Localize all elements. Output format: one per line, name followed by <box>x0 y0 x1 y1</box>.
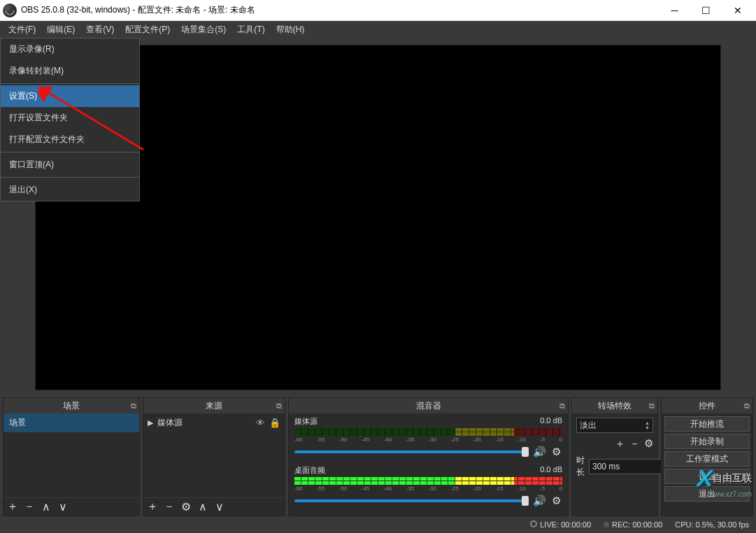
scene-down-button[interactable]: ∨ <box>57 500 69 513</box>
start-streaming-button[interactable]: 开始推流 <box>664 416 750 432</box>
mixer-dock: 混音器⧉ 媒体源 0.0 dB -60-55-50-45-40-35-30-25… <box>288 397 569 516</box>
sources-title: 来源 <box>206 400 222 412</box>
source-down-button[interactable]: ∨ <box>213 500 226 513</box>
duration-label: 时长 <box>576 455 585 478</box>
close-button[interactable]: ✕ <box>722 0 753 21</box>
menu-tools[interactable]: 工具(T) <box>231 22 270 38</box>
menu-separator <box>1 177 139 178</box>
sources-dock: 来源⧉ ▶ 媒体源 👁 🔒 ＋ － ⚙ ∧ ∨ <box>143 397 285 516</box>
remove-transition-button[interactable]: － <box>629 437 640 450</box>
popout-icon[interactable]: ⧉ <box>559 401 565 411</box>
file-menu-always-on-top[interactable]: 窗口置顶(A) <box>1 154 139 176</box>
scenes-title: 场景 <box>63 400 80 412</box>
studio-mode-button[interactable]: 工作室模式 <box>664 451 750 467</box>
transition-settings-button[interactable]: ⚙ <box>644 437 653 450</box>
visibility-icon[interactable]: 👁 <box>256 418 265 428</box>
mixer-channel-db: 0.0 dB <box>540 416 562 427</box>
source-label: 媒体源 <box>157 417 183 429</box>
file-dropdown-menu: 显示录像(R) 录像转封装(M) 设置(S) 打开设置文件夹 打开配置文件文件夹… <box>0 38 140 201</box>
controls-dock: 控件⧉ 开始推流 开始录制 工作室模式 设置 退出 <box>661 397 753 516</box>
settings-button[interactable]: 设置 <box>664 469 750 484</box>
file-menu-exit[interactable]: 退出(X) <box>1 179 139 201</box>
rec-status: REC: 00:00:00 <box>604 520 662 529</box>
menu-separator <box>1 152 139 152</box>
scenes-dock: 场景⧉ 场景 ＋ － ∧ ∨ <box>3 397 140 516</box>
transitions-dock: 转场特效⧉ 淡出 ▲▼ ＋ － ⚙ 时长 ▲▼ <box>571 397 658 516</box>
start-recording-button[interactable]: 开始录制 <box>664 434 750 449</box>
window-titlebar: OBS 25.0.8 (32-bit, windows) - 配置文件: 未命名… <box>0 0 756 21</box>
popout-icon[interactable]: ⧉ <box>649 401 655 411</box>
meter-ticks: -60-55-50-45-40-35-30-25-20-15-10-50 <box>294 436 562 443</box>
menu-view[interactable]: 查看(V) <box>80 22 120 38</box>
speaker-icon[interactable]: 🔊 <box>533 495 545 507</box>
mixer-channel-desktop: 桌面音频 0.0 dB -60-55-50-45-40-35-30-25-20-… <box>289 462 568 511</box>
file-menu-settings[interactable]: 设置(S) <box>1 85 139 107</box>
status-bar: LIVE: 00:00:00 REC: 00:00:00 CPU: 0.5%, … <box>0 516 756 533</box>
main-menubar: 文件(F) 编辑(E) 查看(V) 配置文件(P) 场景集合(S) 工具(T) … <box>0 21 756 38</box>
minimize-button[interactable]: ─ <box>659 0 690 21</box>
mixer-channel-db: 0.0 dB <box>540 465 562 476</box>
cpu-fps-status: CPU: 0.5%, 30.00 fps <box>675 520 749 529</box>
mixer-title: 混音器 <box>416 400 441 412</box>
volume-slider[interactable] <box>294 450 529 453</box>
audio-meter <box>294 428 562 436</box>
gear-icon[interactable]: ⚙ <box>550 446 562 458</box>
mixer-channel-name: 媒体源 <box>294 416 318 427</box>
workspace: 显示录像(R) 录像转封装(M) 设置(S) 打开设置文件夹 打开配置文件文件夹… <box>0 38 756 516</box>
live-status: LIVE: 00:00:00 <box>530 520 591 529</box>
transitions-title: 转场特效 <box>598 400 632 412</box>
scene-up-button[interactable]: ∧ <box>40 500 52 513</box>
mixer-channel-name: 桌面音频 <box>294 465 325 476</box>
file-menu-open-settings-folder[interactable]: 打开设置文件夹 <box>1 107 139 129</box>
source-up-button[interactable]: ∧ <box>197 500 209 513</box>
controls-title: 控件 <box>699 400 715 412</box>
popout-icon[interactable]: ⧉ <box>131 401 136 411</box>
remove-scene-button[interactable]: － <box>23 499 36 514</box>
volume-slider[interactable] <box>294 499 529 502</box>
transition-selected-label: 淡出 <box>580 420 597 432</box>
menu-file[interactable]: 文件(F) <box>3 22 41 38</box>
audio-meter <box>294 477 562 485</box>
source-item[interactable]: ▶ 媒体源 👁 🔒 <box>143 413 285 432</box>
media-source-icon: ▶ <box>148 418 153 427</box>
transition-select[interactable]: 淡出 ▲▼ <box>576 418 653 433</box>
menu-edit[interactable]: 编辑(E) <box>41 22 80 38</box>
popout-icon[interactable]: ⧉ <box>276 401 282 411</box>
popout-icon[interactable]: ⧉ <box>744 401 750 411</box>
scene-item[interactable]: 场景 <box>3 413 139 432</box>
bottom-docks: 场景⧉ 场景 ＋ － ∧ ∨ 来源⧉ ▶ 媒体源 👁 🔒 <box>0 397 756 516</box>
mixer-channel-media: 媒体源 0.0 dB -60-55-50-45-40-35-30-25-20-1… <box>289 413 568 462</box>
add-transition-button[interactable]: ＋ <box>615 437 625 450</box>
source-settings-button[interactable]: ⚙ <box>180 500 192 513</box>
window-title: OBS 25.0.8 (32-bit, windows) - 配置文件: 未命名… <box>21 4 659 16</box>
gear-icon[interactable]: ⚙ <box>550 495 562 507</box>
remove-source-button[interactable]: － <box>163 499 176 514</box>
add-source-button[interactable]: ＋ <box>146 499 159 514</box>
file-menu-remux[interactable]: 录像转封装(M) <box>1 60 139 82</box>
lock-icon[interactable]: 🔒 <box>269 418 280 428</box>
file-menu-show-recordings[interactable]: 显示录像(R) <box>1 38 139 60</box>
speaker-icon[interactable]: 🔊 <box>533 446 545 458</box>
add-scene-button[interactable]: ＋ <box>6 499 19 514</box>
file-menu-open-profile-folder[interactable]: 打开配置文件文件夹 <box>1 129 139 150</box>
maximize-button[interactable]: ☐ <box>690 0 722 21</box>
obs-app-icon <box>3 3 17 17</box>
menu-help[interactable]: 帮助(H) <box>271 22 311 38</box>
menu-separator <box>1 83 139 84</box>
exit-button[interactable]: 退出 <box>664 486 750 502</box>
menu-profile[interactable]: 配置文件(P) <box>120 22 176 38</box>
menu-scene-collection[interactable]: 场景集合(S) <box>176 22 231 38</box>
meter-ticks: -60-55-50-45-40-35-30-25-20-15-10-50 <box>294 485 562 492</box>
